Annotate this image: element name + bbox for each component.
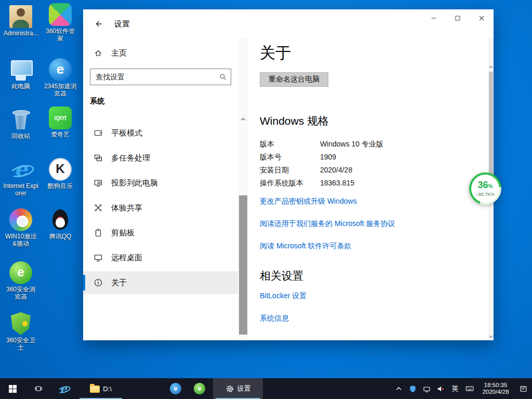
ie-taskbar-button[interactable]: e: [52, 378, 75, 399]
search-icon: [219, 73, 227, 81]
close-button[interactable]: [470, 9, 494, 27]
network-speed: ↓80.7K/s: [476, 192, 494, 197]
desktop-icon-this-pc[interactable]: 此电脑: [3, 58, 38, 90]
security-tray-button[interactable]: [407, 378, 418, 399]
maximize-button[interactable]: [446, 9, 470, 27]
this-pc-icon: [9, 58, 32, 81]
desktop-icon-qq[interactable]: 腾讯QQ: [43, 208, 78, 240]
nav-item-projecting[interactable]: 投影到此电脑: [83, 171, 238, 194]
task-view-button[interactable]: [27, 378, 50, 399]
desktop-icon-label: Administra...: [3, 30, 38, 37]
chevron-down-icon: [489, 335, 493, 338]
desktop-icon-360-browser[interactable]: 360安全浏览器: [3, 261, 38, 300]
window-controls: [422, 9, 494, 27]
explorer-taskbar-button[interactable]: D:\: [77, 378, 125, 399]
close-icon: [479, 16, 484, 21]
memory-percent: 36%: [478, 180, 493, 191]
pinned-2345-browser-button[interactable]: [164, 378, 187, 399]
pinned-360-browser-button[interactable]: [188, 378, 211, 399]
volume-tray-button[interactable]: [435, 378, 446, 399]
nav-item-tablet-mode[interactable]: 平板模式: [83, 122, 238, 144]
desktop-icon-label: WIN10激活&驱动: [3, 233, 38, 247]
content-scroll-up-button[interactable]: [488, 63, 494, 71]
clock[interactable]: 18:50:35 2020/4/28: [478, 378, 513, 399]
nav-item-multitasking[interactable]: 多任务处理: [83, 147, 238, 169]
network-tray-button[interactable]: [421, 378, 432, 399]
desktop-icon-kugou[interactable]: 酷狗音乐: [43, 158, 78, 190]
spec-value: 2020/4/28: [320, 166, 352, 174]
gear-icon: [225, 384, 234, 393]
nav-list: 平板模式 多任务处理 投影到此电脑 体验共享 剪贴板: [83, 122, 238, 294]
link-license-terms[interactable]: 阅读 Microsoft 软件许可条款: [260, 242, 475, 251]
task-view-icon: [34, 384, 43, 393]
home-icon: [94, 49, 102, 57]
windows-spec-heading: Windows 规格: [260, 114, 475, 128]
qq-icon: [49, 208, 72, 231]
recycle-bin-icon: [9, 108, 32, 131]
desktop-icon-2345-browser[interactable]: 2345加速浏览器: [43, 58, 78, 97]
desktop-icon-label: 360软件管家: [43, 28, 78, 42]
tablet-icon: [94, 129, 102, 137]
desktop-icon-recycle-bin[interactable]: 回收站: [3, 108, 38, 140]
remote-desktop-icon: [94, 254, 102, 262]
desktop-icon-label: 爱奇艺: [43, 131, 78, 138]
nav-item-label: 剪贴板: [111, 228, 135, 238]
desktop-icon-iqiyi[interactable]: 爱奇艺: [43, 107, 78, 138]
about-links: 更改产品密钥或升级 Windows 阅读适用于我们服务的 Microsoft 服…: [260, 197, 475, 251]
settings-nav: 主页 系统 平板模式 多任务处理 投影到此电脑: [83, 38, 238, 340]
clipboard-icon: [94, 229, 102, 237]
desktop-icon-win10-activate[interactable]: WIN10激活&驱动: [3, 208, 38, 247]
spec-value: Windows 10 专业版: [320, 140, 383, 148]
desktop-icon-360-safe[interactable]: 360安全卫士: [3, 312, 38, 351]
touch-keyboard-button[interactable]: [464, 378, 475, 399]
input-language-indicator[interactable]: 英: [449, 378, 461, 399]
rename-pc-button[interactable]: 重命名这台电脑: [260, 72, 328, 87]
nav-item-label: 投影到此电脑: [111, 178, 158, 188]
start-button[interactable]: [0, 378, 25, 399]
keyboard-icon: [466, 384, 474, 393]
360-safe-icon: [9, 312, 32, 335]
desktop-icon-360-software-manager[interactable]: 360软件管家: [43, 3, 78, 42]
minimize-button[interactable]: [422, 9, 446, 27]
nav-item-label: 平板模式: [111, 128, 142, 138]
action-center-button[interactable]: [516, 378, 530, 399]
nav-item-shared-experiences[interactable]: 体验共享: [83, 196, 238, 219]
nav-item-remote-desktop[interactable]: 远程桌面: [83, 246, 238, 269]
link-change-product-key[interactable]: 更改产品密钥或升级 Windows: [260, 197, 475, 206]
minimize-icon: [431, 16, 436, 21]
nav-section-label: 系统: [90, 97, 238, 106]
360-software-manager-icon: [49, 3, 72, 26]
tray-expand-button[interactable]: [393, 378, 404, 399]
content-scroll-down-button[interactable]: [488, 333, 494, 340]
link-services-agreement[interactable]: 阅读适用于我们服务的 Microsoft 服务协议: [260, 219, 475, 229]
titlebar[interactable]: 设置: [83, 9, 494, 38]
win10-activate-icon: [9, 208, 32, 231]
nav-item-about[interactable]: 关于: [83, 271, 238, 294]
kugou-icon: [49, 158, 72, 181]
link-system-info[interactable]: 系统信息: [260, 314, 475, 323]
2345-browser-icon: [49, 58, 72, 81]
nav-item-label: 多任务处理: [111, 153, 150, 163]
back-button[interactable]: [89, 16, 107, 32]
shield-icon: [409, 385, 417, 393]
nav-home-item[interactable]: 主页: [83, 45, 238, 61]
nav-home-label: 主页: [111, 48, 127, 58]
nav-scrollbar-thumb[interactable]: [239, 195, 247, 335]
desktop-icon-label: 此电脑: [3, 83, 38, 90]
settings-taskbar-button[interactable]: 设置: [213, 378, 263, 399]
spec-label: 安装日期: [260, 164, 318, 177]
content-scrollbar-thumb[interactable]: [489, 72, 493, 176]
desktop-icon-label: 360安全卫士: [3, 337, 38, 351]
link-bitlocker-settings[interactable]: BitLocker 设置: [260, 291, 475, 301]
desktop-icon-administrator[interactable]: Administra...: [3, 5, 38, 37]
page-title: 关于: [260, 43, 475, 64]
nav-item-clipboard[interactable]: 剪贴板: [83, 221, 238, 244]
360-speed-ball[interactable]: 36% ↓80.7K/s: [469, 172, 501, 205]
chevron-up-icon: [396, 387, 402, 391]
desktop-icon-label: 2345加速浏览器: [43, 83, 78, 97]
desktop-icon-internet-explorer[interactable]: Internet Explorer: [3, 158, 38, 197]
tray-date: 2020/4/28: [482, 389, 509, 395]
search-input[interactable]: [90, 69, 231, 85]
nav-scroll-up-button[interactable]: [238, 114, 248, 124]
nav-item-label: 体验共享: [111, 203, 142, 213]
